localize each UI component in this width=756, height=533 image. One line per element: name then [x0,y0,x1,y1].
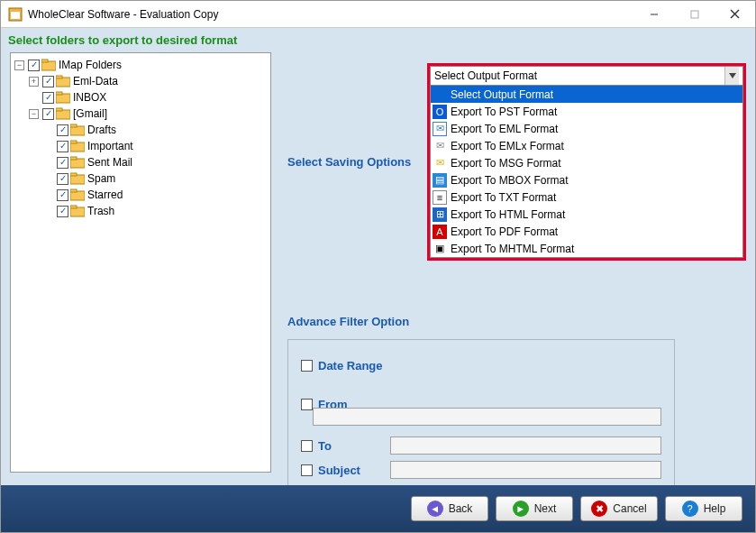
chevron-down-icon[interactable] [724,67,739,85]
dropdown-option[interactable]: OExport To PST Format [431,103,742,120]
pdf-icon: A [433,225,447,239]
folder-icon [70,205,85,217]
tree-node[interactable]: ✓Drafts [43,122,267,138]
to-input[interactable] [390,437,661,455]
tree-label: IMap Folders [59,57,122,73]
checkbox-checked-icon[interactable]: ✓ [28,60,40,71]
checkbox-checked-icon[interactable]: ✓ [42,76,54,87]
checkbox-checked-icon[interactable]: ✓ [57,141,68,152]
to-label: To [318,439,390,453]
subject-checkbox[interactable] [301,464,313,476]
svg-rect-17 [70,141,77,143]
dropdown-option[interactable]: ≡Export To TXT Format [431,188,742,206]
svg-rect-21 [70,173,77,176]
next-icon: ► [513,501,529,517]
folder-icon [70,188,85,201]
dropdown-option[interactable]: ✉Export To MSG Format [431,154,742,171]
tree-label: Starred [87,187,123,203]
tree-node[interactable]: ✓Spam [43,170,267,187]
dropdown-option[interactable]: ✉Export To EML Format [431,120,742,137]
cancel-icon: ✖ [591,501,607,517]
svg-rect-11 [56,92,62,95]
next-button[interactable]: ►Next [496,496,573,521]
help-button[interactable]: ?Help [665,496,742,521]
subject-label: Subject [318,464,390,477]
spacer [29,93,39,103]
date-range-checkbox[interactable] [301,360,313,372]
svg-marker-26 [729,73,736,78]
checkbox-checked-icon[interactable]: ✓ [57,189,68,201]
checkbox-checked-icon[interactable]: ✓ [57,173,68,185]
tree-node[interactable]: ✓Trash [43,203,267,219]
minimize-button[interactable] [633,1,674,27]
options-panel: Select Saving Options Select Output Form… [287,52,746,485]
maximize-button[interactable] [674,1,715,27]
checkbox-checked-icon[interactable]: ✓ [57,124,68,136]
dropdown-option[interactable]: ⊞Export To HTML Format [431,206,742,223]
window-title: WholeClear Software - Evaluation Copy [28,8,633,21]
back-button[interactable]: ◄Back [411,496,488,521]
folder-icon [70,124,85,136]
tree-node[interactable]: ✓Sent Mail [43,154,267,170]
collapse-icon[interactable]: − [29,109,39,119]
checkbox-checked-icon[interactable]: ✓ [57,157,68,169]
folder-icon [56,75,70,87]
back-icon: ◄ [427,501,443,517]
checkbox-checked-icon[interactable]: ✓ [57,206,68,217]
to-checkbox[interactable] [301,440,313,452]
tree-label: Drafts [87,122,116,138]
tree-node-root[interactable]: − ✓ IMap Folders + ✓ Eml-Data [14,57,267,219]
emlx-icon: ✉ [433,139,447,153]
titlebar: WholeClear Software - Evaluation Copy [1,1,755,28]
close-button[interactable] [715,1,755,27]
content-area: − ✓ IMap Folders + ✓ Eml-Data [1,52,755,485]
mhtml-icon: ▣ [433,242,447,256]
page-instruction: Select folders to export to desired form… [1,28,755,52]
tree-node[interactable]: ✓Important [43,138,267,154]
date-range-label: Date Range [318,359,390,372]
cancel-button[interactable]: ✖Cancel [580,496,658,521]
blank-icon [433,87,447,102]
tree-label: Trash [87,203,114,219]
folder-icon [70,172,85,185]
pst-icon: O [433,105,447,119]
tree-node[interactable]: ✓ INBOX [29,89,267,106]
footer-bar: ◄Back ►Next ✖Cancel ?Help [1,485,755,532]
checkbox-checked-icon[interactable]: ✓ [42,92,54,104]
tree-label: Important [87,138,133,154]
txt-icon: ≡ [433,190,447,205]
expand-icon[interactable]: + [29,77,39,87]
folder-icon [56,91,70,104]
svg-rect-13 [56,108,62,111]
app-icon [8,7,23,22]
dropdown-option[interactable]: ▣Export To MHTML Format [431,240,742,257]
svg-rect-1 [11,12,20,19]
dropdown-option[interactable]: Select Output Format [431,86,742,103]
svg-rect-9 [56,76,62,78]
folder-icon [70,140,85,152]
tree-node[interactable]: ✓Starred [43,187,267,203]
folder-tree: − ✓ IMap Folders + ✓ Eml-Data [14,57,267,219]
subject-input[interactable] [390,461,661,479]
tree-label: [Gmail] [73,106,107,122]
svg-rect-7 [41,60,48,62]
svg-rect-3 [691,11,698,18]
dropdown-option[interactable]: ▤Export To MBOX Format [431,171,742,188]
from-input[interactable] [313,408,661,426]
tree-label: INBOX [73,89,106,106]
svg-rect-19 [70,157,77,160]
dropdown-option[interactable]: ✉Export To EMLx Format [431,137,742,154]
tree-node[interactable]: + ✓ Eml-Data [29,73,267,89]
folder-icon [70,156,85,169]
from-checkbox[interactable] [301,399,313,410]
output-format-dropdown[interactable]: Select Output Format [430,66,743,86]
dropdown-list: Select Output Format OExport To PST Form… [430,86,743,258]
advance-filter-label: Advance Filter Option [287,315,746,328]
dropdown-option[interactable]: AExport To PDF Format [431,223,742,240]
tree-node[interactable]: − ✓ [Gmail] ✓Drafts ✓Important ✓Sent Mai… [29,106,267,219]
saving-options-label: Select Saving Options [287,155,427,169]
filter-box: Date Range From To Subject [287,339,675,485]
collapse-icon[interactable]: − [14,60,24,70]
checkbox-checked-icon[interactable]: ✓ [42,108,54,120]
tree-label: Eml-Data [73,73,118,89]
